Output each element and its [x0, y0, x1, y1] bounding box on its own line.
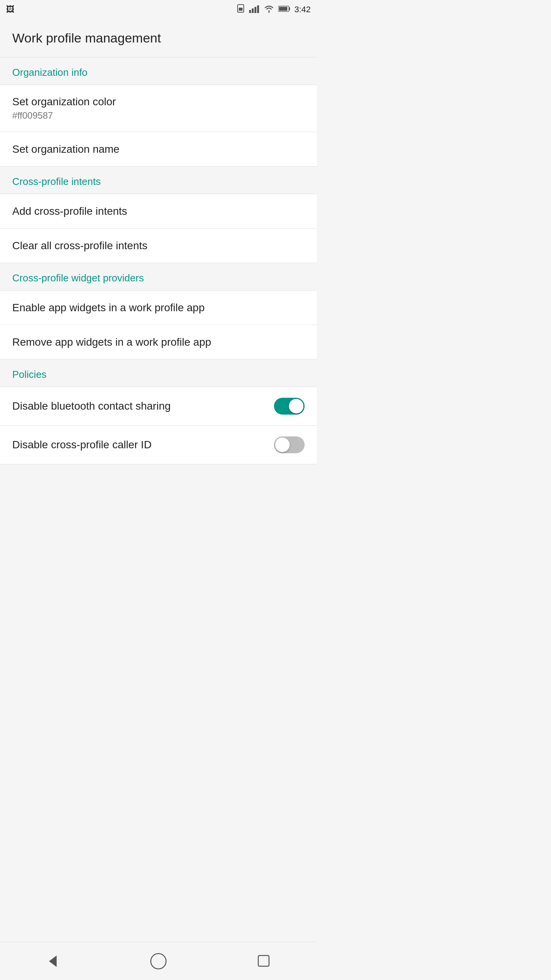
- list-item-title-disable-bluetooth: Disable bluetooth contact sharing: [12, 400, 171, 412]
- time-display: 3:42: [294, 5, 311, 15]
- list-item-title-org-color: Set organization color: [12, 96, 116, 108]
- list-item-title-enable-widgets: Enable app widgets in a work profile app: [12, 302, 205, 314]
- list-item-disable-bluetooth: Disable bluetooth contact sharing: [0, 387, 317, 426]
- main-content: Organization infoSet organization color#…: [0, 57, 317, 503]
- wifi-icon: [264, 4, 274, 15]
- page-header: Work profile management: [0, 19, 317, 57]
- list-item-content-remove-widgets: Remove app widgets in a work profile app: [12, 336, 211, 348]
- svg-rect-1: [239, 8, 243, 11]
- svg-rect-8: [279, 7, 287, 11]
- status-bar-right: 3:42: [236, 4, 311, 15]
- svg-rect-5: [257, 5, 259, 13]
- svg-rect-2: [249, 10, 251, 13]
- section-header-cross-profile-intents: Cross-profile intents: [0, 167, 317, 194]
- list-item-org-name[interactable]: Set organization name: [0, 132, 317, 167]
- signal-icon: [249, 4, 260, 15]
- list-item-title-disable-caller-id: Disable cross-profile caller ID: [12, 439, 152, 451]
- list-item-disable-caller-id: Disable cross-profile caller ID: [0, 426, 317, 464]
- list-item-enable-widgets[interactable]: Enable app widgets in a work profile app: [0, 291, 317, 325]
- list-item-add-cross-profile[interactable]: Add cross-profile intents: [0, 194, 317, 229]
- list-item-content-enable-widgets: Enable app widgets in a work profile app: [12, 302, 205, 314]
- status-bar-left: 🖼: [6, 5, 15, 15]
- list-item-content-org-name: Set organization name: [12, 143, 119, 155]
- sim-icon: [236, 4, 245, 15]
- list-item-remove-widgets[interactable]: Remove app widgets in a work profile app: [0, 325, 317, 359]
- toggle-disable-bluetooth[interactable]: [274, 398, 305, 415]
- svg-rect-3: [252, 8, 254, 13]
- toggle-thumb-disable-bluetooth: [289, 399, 303, 413]
- battery-icon: [278, 5, 290, 15]
- svg-rect-4: [254, 7, 256, 13]
- page-title: Work profile management: [12, 31, 161, 45]
- toggle-thumb-disable-caller-id: [275, 438, 290, 452]
- list-item-content-disable-caller-id: Disable cross-profile caller ID: [12, 439, 152, 451]
- toggle-disable-caller-id[interactable]: [274, 436, 305, 453]
- list-item-subtitle-org-color: #ff009587: [12, 110, 116, 121]
- list-item-content-add-cross-profile: Add cross-profile intents: [12, 205, 127, 217]
- list-item-clear-cross-profile[interactable]: Clear all cross-profile intents: [0, 229, 317, 263]
- list-item-org-color[interactable]: Set organization color#ff009587: [0, 85, 317, 132]
- section-header-org-info: Organization info: [0, 57, 317, 85]
- list-item-title-add-cross-profile: Add cross-profile intents: [12, 205, 127, 217]
- svg-rect-7: [289, 7, 290, 10]
- list-item-content-org-color: Set organization color#ff009587: [12, 96, 116, 121]
- list-item-content-disable-bluetooth: Disable bluetooth contact sharing: [12, 400, 171, 412]
- list-item-title-org-name: Set organization name: [12, 143, 119, 155]
- list-item-content-clear-cross-profile: Clear all cross-profile intents: [12, 240, 147, 252]
- status-bar: 🖼 3:42: [0, 0, 317, 19]
- photo-icon: 🖼: [6, 5, 15, 15]
- list-item-title-remove-widgets: Remove app widgets in a work profile app: [12, 336, 211, 348]
- section-header-policies: Policies: [0, 359, 317, 387]
- section-header-cross-profile-widget: Cross-profile widget providers: [0, 263, 317, 291]
- list-item-title-clear-cross-profile: Clear all cross-profile intents: [12, 240, 147, 252]
